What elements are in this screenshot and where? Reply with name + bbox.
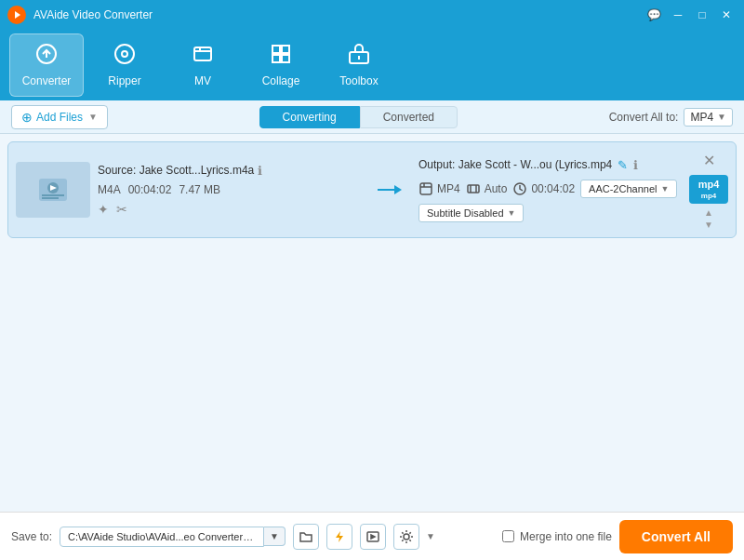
badge-sublabel: mp4 xyxy=(697,192,721,200)
settings-area: ▼ xyxy=(393,524,438,550)
toolbox-label: Toolbox xyxy=(339,74,378,87)
audio-dropdown-icon: ▼ xyxy=(660,184,669,193)
svg-rect-6 xyxy=(194,47,211,60)
add-files-label: Add Files xyxy=(36,111,83,124)
tab-converted[interactable]: Converted xyxy=(360,106,458,128)
merge-checkbox[interactable] xyxy=(502,530,514,542)
path-text: C:\AVAide Studio\AVAid...eo Converter\Co… xyxy=(68,531,264,542)
tab-area: Converting Converted xyxy=(108,106,609,128)
convert-all-button[interactable]: Convert All xyxy=(619,520,733,553)
converting-tab-label: Converting xyxy=(283,111,337,124)
output-controls: MP4 Auto xyxy=(418,180,682,222)
audio-label: AAC-2Channel xyxy=(589,183,657,194)
effects-button[interactable]: ✦ xyxy=(98,202,109,217)
svg-rect-11 xyxy=(272,55,280,62)
converted-tab-label: Converted xyxy=(383,111,434,124)
preview-button[interactable] xyxy=(360,524,386,550)
output-duration-area: 00:04:02 xyxy=(512,181,575,196)
output-section: Output: Jake Scott - W...ou (Lyrics.mp4 … xyxy=(418,158,682,222)
source-text: Source: Jake Scott...Lyrics.m4a xyxy=(98,164,254,177)
output-info-icon[interactable]: ℹ xyxy=(633,158,638,172)
collage-icon xyxy=(270,43,292,71)
file-thumbnail xyxy=(16,162,90,218)
svg-marker-31 xyxy=(371,535,375,539)
output-resolution-label: Auto xyxy=(485,182,508,195)
file-format: M4A xyxy=(98,183,121,196)
main-content: Source: Jake Scott...Lyrics.m4a ℹ M4A 00… xyxy=(0,134,744,512)
file-size: 7.47 MB xyxy=(179,183,220,196)
minimize-button[interactable]: ─ xyxy=(668,5,688,25)
nav-item-toolbox[interactable]: Toolbox xyxy=(322,33,396,97)
file-item-right-controls: ✕ mp4 mp4 ▲ ▼ xyxy=(689,150,728,230)
output-format-area: MP4 xyxy=(418,181,460,196)
settings-button[interactable] xyxy=(393,524,419,550)
app-title: AVAide Video Converter xyxy=(33,8,644,21)
svg-rect-25 xyxy=(468,185,479,193)
save-path-input[interactable]: C:\AVAide Studio\AVAid...eo Converter\Co… xyxy=(60,527,264,547)
converter-icon xyxy=(35,43,58,71)
remove-file-button[interactable]: ✕ xyxy=(701,150,717,171)
convert-all-to-label: Convert All to: xyxy=(609,111,679,124)
ripper-label: Ripper xyxy=(108,74,140,87)
nav-item-converter[interactable]: Converter xyxy=(9,33,84,97)
convert-arrow xyxy=(368,180,411,199)
cut-button[interactable]: ✂ xyxy=(116,202,127,217)
toolbar: ⊕ Add Files ▼ Converting Converted Conve… xyxy=(0,100,744,134)
subtitle-label: Subtitle Disabled xyxy=(427,207,504,219)
message-button[interactable]: 💬 xyxy=(644,5,664,25)
path-dropdown-button[interactable]: ▼ xyxy=(264,527,286,546)
output-resolution-area: Auto xyxy=(466,181,508,196)
audio-select[interactable]: AAC-2Channel ▼ xyxy=(580,180,677,198)
svg-point-5 xyxy=(122,51,127,57)
merge-label: Merge into one file xyxy=(520,530,612,543)
merge-checkbox-area: Merge into one file xyxy=(502,530,612,543)
path-area: C:\AVAide Studio\AVAid...eo Converter\Co… xyxy=(60,527,286,547)
nav-bar: Converter Ripper MV xyxy=(0,30,744,100)
svg-point-32 xyxy=(404,534,409,540)
file-list: Source: Jake Scott...Lyrics.m4a ℹ M4A 00… xyxy=(0,134,744,512)
svg-rect-12 xyxy=(282,55,289,62)
nav-item-collage[interactable]: Collage xyxy=(244,33,318,97)
settings-dropdown-button[interactable]: ▼ xyxy=(423,524,438,550)
source-info-icon[interactable]: ℹ xyxy=(258,164,262,178)
ripper-icon xyxy=(113,43,136,71)
file-info: Source: Jake Scott...Lyrics.m4a ℹ M4A 00… xyxy=(98,164,361,217)
add-files-dropdown-icon[interactable]: ▼ xyxy=(88,112,98,122)
reorder-down-button[interactable]: ▼ xyxy=(704,220,713,230)
subtitle-dropdown-icon: ▼ xyxy=(508,208,516,218)
mv-icon xyxy=(192,43,214,71)
svg-point-4 xyxy=(115,45,134,63)
format-dropdown-icon: ▼ xyxy=(717,112,726,122)
tab-converting[interactable]: Converting xyxy=(259,106,360,128)
output-edit-icon[interactable]: ✎ xyxy=(618,158,628,172)
convert-all-to-area: Convert All to: MP4 ▼ xyxy=(609,108,733,127)
bottom-bar: Save to: C:\AVAide Studio\AVAid...eo Con… xyxy=(0,512,744,560)
file-source: Source: Jake Scott...Lyrics.m4a ℹ xyxy=(98,164,361,178)
collage-label: Collage xyxy=(262,74,300,87)
window-controls: 💬 ─ □ ✕ xyxy=(644,5,737,25)
converter-label: Converter xyxy=(22,74,72,87)
svg-rect-22 xyxy=(420,183,432,194)
file-item: Source: Jake Scott...Lyrics.m4a ℹ M4A 00… xyxy=(7,141,737,238)
subtitle-select[interactable]: Subtitle Disabled ▼ xyxy=(418,204,524,222)
mv-label: MV xyxy=(194,74,211,87)
close-button[interactable]: ✕ xyxy=(716,5,737,25)
nav-item-mv[interactable]: MV xyxy=(166,33,240,97)
title-bar: AVAide Video Converter 💬 ─ □ ✕ xyxy=(0,0,744,30)
output-format-label: MP4 xyxy=(437,182,460,195)
output-format-badge[interactable]: mp4 mp4 xyxy=(689,175,728,204)
maximize-button[interactable]: □ xyxy=(692,5,712,25)
add-files-button[interactable]: ⊕ Add Files ▼ xyxy=(11,105,108,129)
output-header: Output: Jake Scott - W...ou (Lyrics.mp4 … xyxy=(418,158,682,172)
toolbox-icon xyxy=(348,43,370,71)
app-icon xyxy=(7,6,26,24)
reorder-up-button[interactable]: ▲ xyxy=(704,207,713,218)
save-to-label: Save to: xyxy=(11,530,52,543)
file-duration: 00:04:02 xyxy=(128,183,172,196)
global-format-select[interactable]: MP4 ▼ xyxy=(684,108,733,127)
flash-button[interactable] xyxy=(326,524,352,550)
svg-rect-10 xyxy=(282,46,289,53)
output-text: Output: Jake Scott - W...ou (Lyrics.mp4 xyxy=(418,158,612,171)
open-folder-button[interactable] xyxy=(293,524,319,550)
nav-item-ripper[interactable]: Ripper xyxy=(87,33,162,97)
